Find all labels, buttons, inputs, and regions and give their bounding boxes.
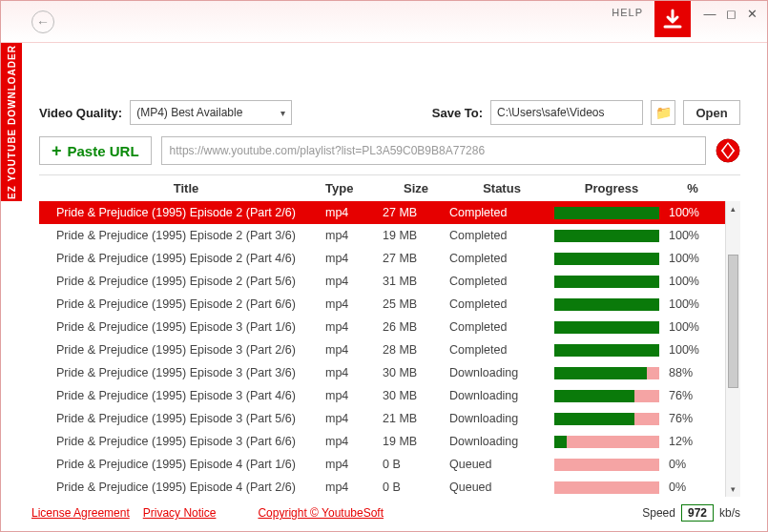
table-row[interactable]: Pride & Prejudice (1995) Episode 2 (Part… <box>39 224 740 247</box>
cell-pct: 100% <box>669 297 716 311</box>
cell-title: Pride & Prejudice (1995) Episode 2 (Part… <box>39 275 325 288</box>
cell-type: mp4 <box>325 435 383 448</box>
cell-title: Pride & Prejudice (1995) Episode 2 (Part… <box>39 297 325 311</box>
cell-progress <box>554 207 669 219</box>
cell-progress <box>554 390 669 402</box>
table-row[interactable]: Pride & Prejudice (1995) Episode 3 (Part… <box>39 384 740 407</box>
table-body: Pride & Prejudice (1995) Episode 2 (Part… <box>39 201 740 497</box>
url-input[interactable]: https://www.youtube.com/playlist?list=PL… <box>161 136 706 165</box>
save-path-input[interactable]: C:\Users\safe\Videos <box>490 100 643 125</box>
cell-status: Completed <box>449 275 554 288</box>
stop-button[interactable] <box>716 138 740 163</box>
table-row[interactable]: Pride & Prejudice (1995) Episode 4 (Part… <box>39 476 740 497</box>
cell-progress <box>554 230 669 242</box>
cell-type: mp4 <box>325 366 383 379</box>
scrollbar[interactable]: ▴ ▾ <box>725 201 740 497</box>
license-link[interactable]: License Agreement <box>31 506 130 520</box>
cell-status: Downloading <box>449 412 554 425</box>
open-folder-button[interactable]: Open <box>683 100 740 125</box>
cell-pct: 76% <box>669 389 716 402</box>
browse-folder-button[interactable]: 📁 <box>651 100 675 125</box>
cell-title: Pride & Prejudice (1995) Episode 2 (Part… <box>39 229 325 242</box>
cell-title: Pride & Prejudice (1995) Episode 3 (Part… <box>39 320 325 334</box>
cell-type: mp4 <box>325 412 383 425</box>
cell-size: 21 MB <box>383 412 449 425</box>
col-status: Status <box>449 181 554 195</box>
cell-pct: 100% <box>669 343 716 357</box>
table-row[interactable]: Pride & Prejudice (1995) Episode 4 (Part… <box>39 453 740 476</box>
progress-bar <box>554 390 659 402</box>
paste-url-button[interactable]: + Paste URL <box>39 136 152 165</box>
table-row[interactable]: Pride & Prejudice (1995) Episode 2 (Part… <box>39 270 740 293</box>
cell-pct: 12% <box>669 435 716 448</box>
plus-icon: + <box>52 141 62 161</box>
scroll-thumb[interactable] <box>728 255 738 388</box>
cell-size: 0 B <box>383 458 449 471</box>
cell-progress <box>554 413 669 425</box>
cell-type: mp4 <box>325 252 383 265</box>
speed-label: Speed <box>642 506 675 520</box>
scroll-down-arrow[interactable]: ▾ <box>726 481 740 497</box>
cell-pct: 100% <box>669 229 716 242</box>
cell-status: Completed <box>449 297 554 311</box>
back-button[interactable]: ← <box>31 10 54 33</box>
video-quality-dropdown[interactable]: (MP4) Best Available ▾ <box>130 100 292 125</box>
cell-title: Pride & Prejudice (1995) Episode 4 (Part… <box>39 481 325 494</box>
table-row[interactable]: Pride & Prejudice (1995) Episode 3 (Part… <box>39 338 740 361</box>
cell-progress <box>554 253 669 265</box>
cell-title: Pride & Prejudice (1995) Episode 3 (Part… <box>39 366 325 379</box>
scroll-track[interactable] <box>726 216 740 481</box>
col-pct: % <box>669 181 716 195</box>
cell-type: mp4 <box>325 458 383 471</box>
progress-bar <box>554 413 659 425</box>
help-link[interactable]: HELP <box>612 7 643 18</box>
col-title: Title <box>39 181 325 195</box>
col-size: Size <box>383 181 449 195</box>
table-row[interactable]: Pride & Prejudice (1995) Episode 2 (Part… <box>39 247 740 270</box>
cell-status: Completed <box>449 320 554 334</box>
cell-pct: 100% <box>669 206 716 219</box>
progress-bar <box>554 253 659 265</box>
progress-bar <box>554 207 659 219</box>
cell-type: mp4 <box>325 275 383 288</box>
cell-progress <box>554 481 669 494</box>
cell-pct: 100% <box>669 320 716 334</box>
table-row[interactable]: Pride & Prejudice (1995) Episode 3 (Part… <box>39 407 740 430</box>
table-row[interactable]: Pride & Prejudice (1995) Episode 2 (Part… <box>39 293 740 316</box>
cell-size: 30 MB <box>383 366 449 379</box>
cell-progress <box>554 321 669 334</box>
cell-title: Pride & Prejudice (1995) Episode 2 (Part… <box>39 252 325 265</box>
progress-bar <box>554 344 659 357</box>
app-logo <box>654 1 691 37</box>
scroll-up-arrow[interactable]: ▴ <box>726 201 740 216</box>
privacy-link[interactable]: Privacy Notice <box>143 506 217 520</box>
cell-progress <box>554 298 669 311</box>
cell-title: Pride & Prejudice (1995) Episode 3 (Part… <box>39 343 325 357</box>
cell-status: Completed <box>449 252 554 265</box>
speed-value: 972 <box>681 504 714 522</box>
table-row[interactable]: Pride & Prejudice (1995) Episode 2 (Part… <box>39 201 740 224</box>
footer: License Agreement Privacy Notice Copyrig… <box>31 504 740 522</box>
minimize-button[interactable]: — <box>702 7 717 21</box>
progress-bar <box>554 276 659 288</box>
download-arrow-icon <box>661 8 684 31</box>
close-button[interactable]: ✕ <box>744 7 759 21</box>
cell-size: 30 MB <box>383 389 449 402</box>
cell-title: Pride & Prejudice (1995) Episode 3 (Part… <box>39 412 325 425</box>
table-row[interactable]: Pride & Prejudice (1995) Episode 3 (Part… <box>39 361 740 384</box>
cell-size: 19 MB <box>383 229 449 242</box>
cell-title: Pride & Prejudice (1995) Episode 4 (Part… <box>39 458 325 471</box>
cell-type: mp4 <box>325 389 383 402</box>
speed-unit: kb/s <box>719 506 740 520</box>
cell-size: 27 MB <box>383 252 449 265</box>
cell-type: mp4 <box>325 206 383 219</box>
copyright-link[interactable]: Copyright © YoutubeSoft <box>258 506 384 520</box>
maximize-button[interactable]: ◻ <box>723 7 738 21</box>
cell-progress <box>554 344 669 357</box>
table-row[interactable]: Pride & Prejudice (1995) Episode 3 (Part… <box>39 430 740 453</box>
cell-progress <box>554 459 669 471</box>
arrow-left-icon: ← <box>36 14 50 30</box>
cell-status: Downloading <box>449 435 554 448</box>
table-row[interactable]: Pride & Prejudice (1995) Episode 3 (Part… <box>39 316 740 338</box>
cell-pct: 76% <box>669 412 716 425</box>
